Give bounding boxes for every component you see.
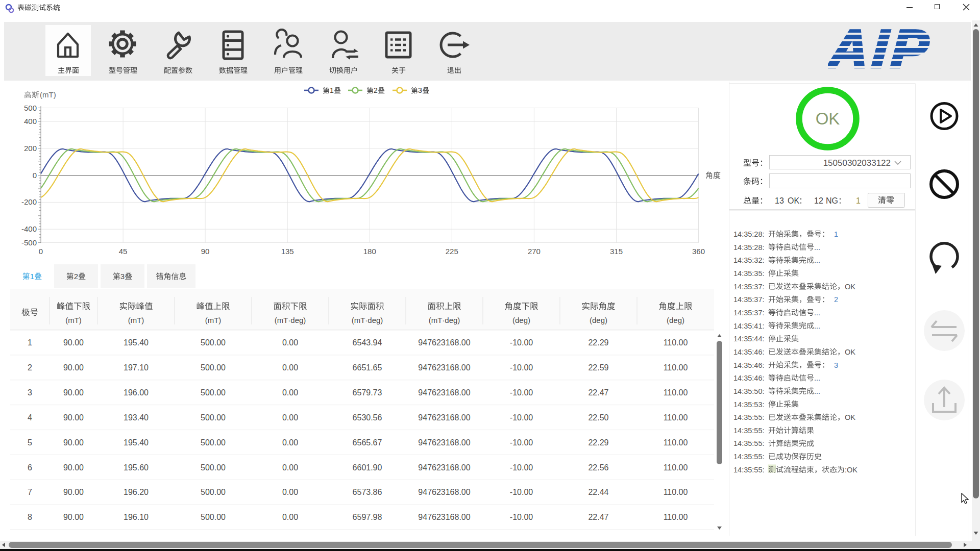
svg-text:6579.73: 6579.73 [353,388,382,397]
svg-text:6565.67: 6565.67 [353,438,382,447]
svg-text:947623168.00: 947623168.00 [418,413,470,422]
svg-text:-10.00: -10.00 [510,388,533,397]
svg-text:195.40: 195.40 [124,338,149,347]
svg-text:110.00: 110.00 [664,438,688,447]
svg-text:90: 90 [201,247,210,256]
svg-text:(mT·deg): (mT·deg) [352,316,383,324]
svg-text:196.00: 196.00 [124,388,149,397]
svg-text:196.20: 196.20 [124,488,149,496]
svg-text:...: ... [814,387,820,395]
svg-text:-10.00: -10.00 [510,488,533,496]
svg-text:0.00: 0.00 [282,463,298,472]
svg-text:947623168.00: 947623168.00 [418,338,470,347]
svg-text:200: 200 [24,144,37,153]
svg-text:22.44: 22.44 [588,488,608,496]
svg-text:193.40: 193.40 [124,413,149,422]
svg-text:...: ... [814,243,820,252]
svg-text:...: ... [814,374,820,382]
svg-text:500: 500 [24,104,37,112]
svg-text:OK: OK [845,413,855,421]
svg-text:22.29: 22.29 [588,438,608,447]
svg-text::OK: :OK [845,466,857,474]
svg-text:6530.56: 6530.56 [353,413,382,422]
svg-text:90.00: 90.00 [63,513,84,521]
svg-text:3: 3 [28,388,32,397]
svg-text:947623168.00: 947623168.00 [418,388,470,397]
svg-text:OK: OK [816,109,840,128]
svg-text:110.00: 110.00 [664,363,688,372]
svg-text:0: 0 [33,171,37,180]
svg-text:-10.00: -10.00 [510,513,533,521]
svg-text:2: 2 [374,86,378,94]
svg-text:6543.94: 6543.94 [353,338,382,347]
svg-text:0.00: 0.00 [282,438,298,447]
svg-text:14:35:37:: 14:35:37: [733,283,764,291]
svg-text:500.00: 500.00 [201,413,226,422]
svg-text:3: 3 [834,361,838,369]
svg-text:NG: NG [826,196,838,205]
svg-text:947623168.00: 947623168.00 [418,363,470,372]
svg-text:500.00: 500.00 [201,363,226,372]
svg-text:14:35:55:: 14:35:55: [733,466,764,474]
svg-text:195.40: 195.40 [124,438,149,447]
svg-text:197.10: 197.10 [124,363,149,372]
svg-text:14:35:46:: 14:35:46: [733,374,764,382]
svg-text:-10.00: -10.00 [510,463,533,472]
svg-text:3: 3 [418,86,422,94]
svg-text:6573.86: 6573.86 [353,488,382,496]
svg-text:-10.00: -10.00 [510,363,533,372]
svg-text:14:35:28:: 14:35:28: [733,230,764,238]
svg-text:OK: OK [845,348,855,356]
svg-text:14:35:46:: 14:35:46: [733,361,764,369]
svg-text:7: 7 [28,488,32,496]
svg-text:14:35:37:: 14:35:37: [733,295,764,304]
svg-text:90.00: 90.00 [63,363,84,372]
svg-text:...: ... [814,309,820,317]
svg-text:135: 135 [281,247,294,256]
svg-text:0.00: 0.00 [282,413,298,422]
svg-text:3: 3 [120,272,125,281]
svg-text:500.00: 500.00 [201,488,226,496]
svg-text:270: 270 [528,247,541,256]
svg-text:2: 2 [834,295,838,304]
svg-text:2: 2 [28,363,32,372]
svg-text:14:35:41:: 14:35:41: [733,322,764,330]
svg-text:14:35:50:: 14:35:50: [733,387,764,395]
svg-text:(mT·deg): (mT·deg) [275,316,306,324]
svg-text:...: ... [814,256,820,264]
svg-text:OK: OK [845,283,855,291]
svg-text:(mT): (mT) [128,316,144,324]
svg-text:-10.00: -10.00 [510,338,533,347]
svg-text:-200: -200 [21,197,37,206]
svg-text:90.00: 90.00 [63,338,84,347]
svg-text:6601.90: 6601.90 [353,463,382,472]
svg-text:22.29: 22.29 [588,338,608,347]
svg-text:90.00: 90.00 [63,413,84,422]
svg-text:14:35:37:: 14:35:37: [733,309,764,317]
svg-text:14:35:55:: 14:35:55: [733,453,764,461]
svg-text:1: 1 [834,230,838,238]
svg-text:15050302033122: 15050302033122 [823,158,891,168]
svg-text:1: 1 [856,196,861,205]
svg-text:14:35:28:: 14:35:28: [733,243,764,252]
svg-text:90.00: 90.00 [63,463,84,472]
svg-text:500.00: 500.00 [201,463,226,472]
svg-text:22.47: 22.47 [588,513,608,521]
svg-text:(mT): (mT) [65,316,82,324]
svg-text:110.00: 110.00 [664,388,688,397]
svg-text:500.00: 500.00 [201,513,226,521]
svg-text:22.59: 22.59 [588,363,608,372]
svg-text:400: 400 [24,117,37,126]
svg-text:(mT·deg): (mT·deg) [429,316,460,324]
svg-text:14:35:35:: 14:35:35: [733,269,764,278]
svg-text:110.00: 110.00 [664,338,688,347]
svg-text:500.00: 500.00 [201,438,226,447]
svg-text:947623168.00: 947623168.00 [418,488,470,496]
svg-text:14:35:55:: 14:35:55: [733,427,764,435]
svg-text:947623168.00: 947623168.00 [418,438,470,447]
svg-text:0: 0 [39,247,43,256]
svg-text:14:35:32:: 14:35:32: [733,256,764,264]
svg-text:360: 360 [692,247,705,256]
svg-text:(deg): (deg) [512,316,530,324]
svg-text:90.00: 90.00 [63,438,84,447]
